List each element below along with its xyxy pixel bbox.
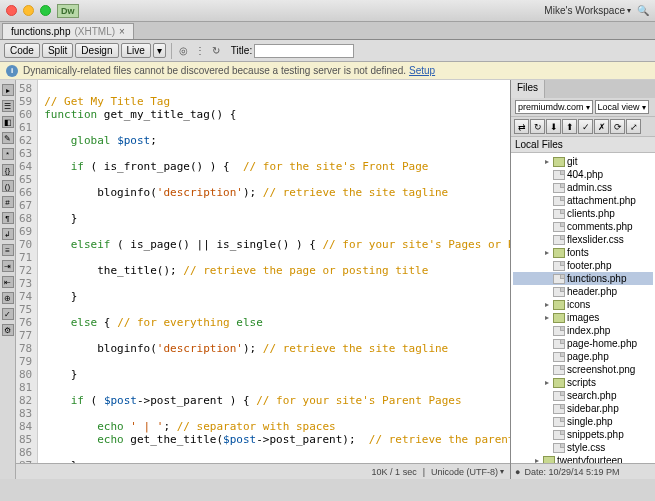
search-icon[interactable]: 🔍 (637, 5, 649, 16)
tab-doctype: (XHTML) (75, 26, 116, 37)
folder-row[interactable]: ▸scripts (513, 376, 653, 389)
tool-icon[interactable]: ✎ (2, 132, 14, 144)
folder-row[interactable]: ▸fonts (513, 246, 653, 259)
editor-statusbar: 10K / 1 sec | Unicode (UTF-8) ▾ (16, 463, 510, 479)
local-files-header: Local Files (511, 137, 655, 153)
file-row[interactable]: style.css (513, 441, 653, 454)
zoom-window-button[interactable] (40, 5, 51, 16)
separator (171, 43, 172, 59)
file-row[interactable]: screenshot.png (513, 363, 653, 376)
code-area[interactable]: // Get My Title Tag function get_my_titl… (38, 80, 510, 463)
line-gutter: 5859606162636465666768697071727374757677… (16, 80, 38, 463)
workspace-label: Mike's Workspace (544, 5, 625, 16)
tool-icon[interactable]: # (2, 196, 14, 208)
file-row[interactable]: attachment.php (513, 194, 653, 207)
live-view-button[interactable]: Live (121, 43, 151, 58)
options-icon[interactable]: ⋮ (193, 44, 207, 58)
coding-toolbar: ▸ ☰ ◧ ✎ * {} () # ¶ ↲ ≡ ⇥ ⇤ ⊕ ✓ ⚙ (0, 80, 16, 479)
close-tab-icon[interactable]: × (119, 26, 125, 37)
put-icon[interactable]: ⬆ (562, 119, 577, 134)
page-title-input[interactable] (254, 44, 354, 58)
notice-text: Dynamically-related files cannot be disc… (23, 65, 406, 76)
file-row[interactable]: search.php (513, 389, 653, 402)
tool-icon[interactable]: ↲ (2, 228, 14, 240)
folder-row[interactable]: ▸twentyfourteen (513, 454, 653, 463)
code-editor[interactable]: 5859606162636465666768697071727374757677… (16, 80, 510, 479)
files-statusbar: ● Date: 10/29/14 5:19 PM (511, 463, 655, 479)
tool-icon[interactable]: ⚙ (2, 324, 14, 336)
tool-icon[interactable]: () (2, 180, 14, 192)
folder-row[interactable]: ▸icons (513, 298, 653, 311)
live-dropdown-button[interactable]: ▾ (153, 43, 166, 58)
title-label: Title: (231, 45, 252, 56)
document-tab[interactable]: functions.php (XHTML) × (2, 23, 134, 39)
app-logo: Dw (57, 4, 79, 18)
file-row[interactable]: header.php (513, 285, 653, 298)
workspace-switcher[interactable]: Mike's Workspace ▾ 🔍 (544, 5, 649, 16)
document-tabbar: functions.php (XHTML) × (0, 22, 655, 40)
refresh-icon[interactable]: ↻ (530, 119, 545, 134)
file-row[interactable]: page.php (513, 350, 653, 363)
info-icon: i (6, 65, 18, 77)
files-toolbar: ⇄ ↻ ⬇ ⬆ ✓ ✗ ⟳ ⤢ (511, 117, 655, 137)
tool-icon[interactable]: ≡ (2, 244, 14, 256)
document-toolbar: Code Split Design Live ▾ ◎ ⋮ ↻ Title: (0, 40, 655, 62)
design-view-button[interactable]: Design (75, 43, 118, 58)
chevron-down-icon[interactable]: ▾ (500, 467, 504, 476)
traffic-lights (6, 5, 51, 16)
view-dropdown[interactable]: Local view▾ (595, 100, 649, 114)
tool-icon[interactable]: ⇤ (2, 276, 14, 288)
site-dropdown[interactable]: premiumdw.com▾ (515, 100, 593, 114)
file-row[interactable]: page-home.php (513, 337, 653, 350)
tool-icon[interactable]: ◧ (2, 116, 14, 128)
tab-filename: functions.php (11, 26, 71, 37)
minimize-window-button[interactable] (23, 5, 34, 16)
folder-row[interactable]: ▸git (513, 155, 653, 168)
chevron-down-icon: ▾ (627, 6, 631, 15)
split-view-button[interactable]: Split (42, 43, 73, 58)
file-row[interactable]: snippets.php (513, 428, 653, 441)
panel-tab-files[interactable]: Files (511, 80, 545, 98)
status-size: 10K / 1 sec (372, 467, 417, 477)
get-icon[interactable]: ⬇ (546, 119, 561, 134)
file-tree[interactable]: ▸git404.phpadmin.cssattachment.phpclient… (511, 153, 655, 463)
checkout-icon[interactable]: ✓ (578, 119, 593, 134)
status-date: Date: 10/29/14 5:19 PM (524, 467, 619, 477)
file-row[interactable]: footer.php (513, 259, 653, 272)
panel-tabs: Files (511, 80, 655, 98)
file-row[interactable]: 404.php (513, 168, 653, 181)
close-window-button[interactable] (6, 5, 17, 16)
notice-setup-link[interactable]: Setup (409, 65, 435, 76)
tool-icon[interactable]: * (2, 148, 14, 160)
tool-icon[interactable]: ⊕ (2, 292, 14, 304)
tool-icon[interactable]: {} (2, 164, 14, 176)
expand-icon[interactable]: ⤢ (626, 119, 641, 134)
tool-icon[interactable]: ☰ (2, 100, 14, 112)
file-row[interactable]: index.php (513, 324, 653, 337)
file-row[interactable]: single.php (513, 415, 653, 428)
status-ready-icon: ● (515, 467, 520, 477)
refresh-icon[interactable]: ↻ (209, 44, 223, 58)
tool-icon[interactable]: ✓ (2, 308, 14, 320)
window-titlebar: Dw Mike's Workspace ▾ 🔍 (0, 0, 655, 22)
files-panel: Files premiumdw.com▾ Local view▾ ⇄ ↻ ⬇ ⬆… (510, 80, 655, 479)
checkin-icon[interactable]: ✗ (594, 119, 609, 134)
folder-row[interactable]: ▸images (513, 311, 653, 324)
file-row[interactable]: clients.php (513, 207, 653, 220)
related-files-notice: i Dynamically-related files cannot be di… (0, 62, 655, 80)
file-row[interactable]: sidebar.php (513, 402, 653, 415)
tool-icon[interactable]: ¶ (2, 212, 14, 224)
file-row[interactable]: functions.php (513, 272, 653, 285)
status-encoding: Unicode (UTF-8) (431, 467, 498, 477)
inspect-icon[interactable]: ◎ (177, 44, 191, 58)
code-view-button[interactable]: Code (4, 43, 40, 58)
file-row[interactable]: admin.css (513, 181, 653, 194)
tool-icon[interactable]: ▸ (2, 84, 14, 96)
file-row[interactable]: comments.php (513, 220, 653, 233)
tool-icon[interactable]: ⇥ (2, 260, 14, 272)
sync-icon[interactable]: ⟳ (610, 119, 625, 134)
connect-icon[interactable]: ⇄ (514, 119, 529, 134)
file-row[interactable]: flexslider.css (513, 233, 653, 246)
